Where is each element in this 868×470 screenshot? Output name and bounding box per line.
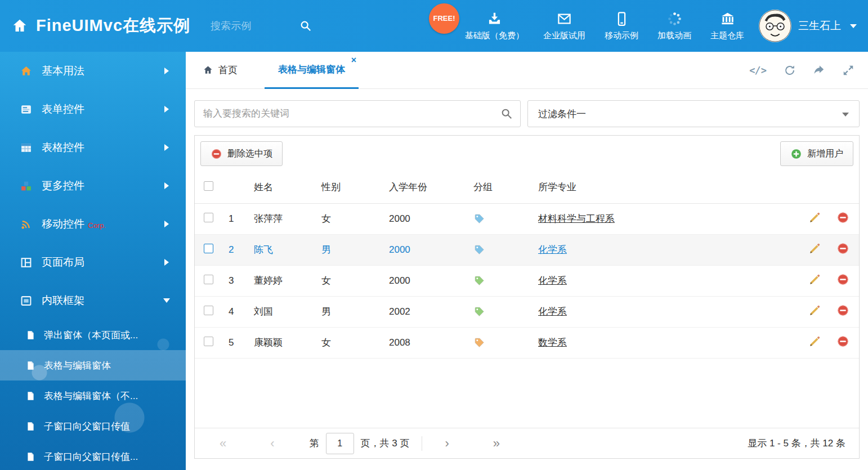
user-name: 三生石上 — [798, 19, 841, 33]
page-icon — [26, 391, 35, 401]
user-menu[interactable]: 三生石上 — [759, 10, 857, 42]
nav-item-enterprise-trial[interactable]: 企业版试用 — [543, 11, 585, 41]
row-checkbox[interactable] — [204, 275, 213, 284]
chevron-right-icon — [164, 144, 169, 151]
table-row[interactable]: 4 刘国 男 2002 化学系 — [195, 296, 859, 327]
sidebar-item-label: 基本用法 — [42, 64, 84, 78]
form-icon — [20, 104, 32, 115]
sidebar-subitem-child-to-parent[interactable]: 子窗口向父窗口传值 — [0, 411, 186, 441]
row-checkbox[interactable] — [204, 244, 213, 253]
nav-item-basic-edition[interactable]: FREE! 基础版（免费） — [465, 11, 524, 41]
cell-gender: 男 — [317, 234, 384, 265]
row-number: 5 — [224, 327, 249, 358]
tab-tools: </> — [749, 52, 854, 89]
spinner-icon — [667, 11, 682, 26]
bank-icon — [720, 11, 735, 26]
table-row[interactable]: 3 董婷婷 女 2000 化学系 — [195, 265, 859, 296]
filter-row: 过滤条件一 — [194, 100, 860, 127]
header-search-input[interactable] — [209, 20, 294, 33]
envelope-icon — [557, 11, 572, 26]
delete-icon[interactable] — [836, 242, 849, 255]
row-checkbox[interactable] — [204, 213, 213, 222]
major-link[interactable]: 化学系 — [538, 275, 567, 286]
edit-icon[interactable] — [808, 211, 821, 224]
sidebar-item-iframe[interactable]: 内联框架 — [0, 281, 186, 320]
page-number-input[interactable] — [326, 433, 354, 454]
sidebar-item-more-controls[interactable]: 更多控件 — [0, 167, 186, 205]
user-table: 姓名 性别 入学年份 分组 所学专业 1 张萍萍 女 2000 — [195, 172, 859, 359]
edit-icon[interactable] — [808, 304, 821, 317]
row-checkbox[interactable] — [204, 337, 213, 346]
table-row[interactable]: 5 康颖颖 女 2008 数学系 — [195, 327, 859, 358]
tab-grid-edit-window[interactable]: 表格与编辑窗体 × — [265, 52, 359, 89]
sidebar-item-page-layout[interactable]: 页面布局 — [0, 243, 186, 281]
sidebar-subitem-grid-edit-window-2[interactable]: 表格与编辑窗体（不... — [0, 381, 186, 411]
delete-selected-button[interactable]: 删除选中项 — [200, 141, 283, 166]
table-row[interactable]: 1 张萍萍 女 2000 材料科学与工程系 — [195, 203, 859, 234]
edit-icon[interactable] — [808, 242, 821, 255]
nav-item-theme-repo[interactable]: 主题仓库 — [710, 11, 744, 41]
column-header-gender: 性别 — [317, 172, 384, 203]
keyword-search-input[interactable] — [194, 100, 521, 127]
next-page-button[interactable]: › — [445, 437, 449, 450]
sidebar-item-form-controls[interactable]: 表单控件 — [0, 90, 186, 128]
cell-name: 刘国 — [249, 296, 317, 327]
source-code-icon[interactable]: </> — [749, 65, 767, 76]
nav-item-mobile-demo[interactable]: 移动示例 — [605, 11, 638, 41]
edit-icon[interactable] — [808, 335, 821, 348]
major-link[interactable]: 化学系 — [538, 306, 567, 317]
mobile-icon — [614, 11, 629, 26]
last-page-button[interactable]: » — [493, 437, 500, 450]
sidebar-item-grid-controls[interactable]: 表格控件 — [0, 128, 186, 167]
sidebar-item-label: 页面布局 — [42, 255, 84, 270]
page-icon — [26, 361, 35, 370]
cell-year: 2008 — [384, 327, 469, 358]
sidebar-subitem-popup-window[interactable]: 弹出窗体（本页面或... — [0, 320, 186, 350]
sidebar-item-label: 表单控件 — [42, 102, 84, 117]
refresh-icon[interactable] — [784, 64, 796, 77]
home-icon — [11, 17, 28, 34]
sidebar-subitem-label: 子窗口向父窗口传值 — [44, 420, 130, 433]
sidebar-item-label: 移动控件 — [42, 217, 84, 231]
nav-item-loading-animation[interactable]: 加载动画 — [657, 11, 691, 41]
nav-label: 主题仓库 — [710, 30, 744, 41]
filter-dropdown[interactable]: 过滤条件一 — [527, 100, 860, 127]
previous-page-button[interactable]: ‹ — [270, 437, 274, 450]
signal-icon — [20, 218, 32, 230]
table-row[interactable]: 2 陈飞 男 2000 化学系 — [195, 234, 859, 265]
sidebar-subitem-child-to-parent-2[interactable]: 子窗口向父窗口传值... — [0, 441, 186, 470]
tag-icon — [473, 275, 485, 287]
grid-toolbar: 删除选中项 新增用户 — [195, 136, 859, 172]
major-link[interactable]: 化学系 — [538, 244, 567, 255]
pager-divider — [422, 436, 422, 451]
edit-icon[interactable] — [808, 273, 821, 286]
delete-icon[interactable] — [836, 273, 849, 286]
sidebar-subitem-grid-edit-window[interactable]: 表格与编辑窗体 — [0, 350, 186, 381]
first-page-button[interactable]: « — [220, 437, 226, 450]
fullscreen-icon[interactable] — [842, 64, 854, 77]
tab-label: 首页 — [218, 64, 238, 77]
add-user-button[interactable]: 新增用户 — [780, 141, 853, 166]
select-all-checkbox[interactable] — [204, 181, 213, 191]
major-link[interactable]: 数学系 — [538, 337, 567, 348]
cell-name: 康颖颖 — [249, 327, 317, 358]
delete-icon[interactable] — [836, 335, 849, 348]
open-in-new-window-icon[interactable] — [813, 64, 825, 77]
page-icon — [26, 452, 35, 462]
cell-year: 2002 — [384, 296, 469, 327]
row-checkbox[interactable] — [204, 306, 213, 315]
page-suffix-label: 页，共 3 页 — [361, 437, 410, 450]
delete-icon[interactable] — [836, 211, 849, 224]
row-number: 3 — [224, 265, 249, 296]
delete-icon[interactable] — [836, 304, 849, 317]
search-icon[interactable] — [299, 20, 312, 32]
sidebar-item-mobile-controls[interactable]: 移动控件 Corp. — [0, 205, 186, 243]
close-icon[interactable]: × — [351, 56, 356, 65]
search-icon[interactable] — [500, 108, 513, 120]
sidebar-item-basic-usage[interactable]: 基本用法 — [0, 52, 186, 90]
tag-icon — [473, 337, 485, 348]
tab-bar: 首页 表格与编辑窗体 × </> — [186, 52, 868, 89]
major-link[interactable]: 材料科学与工程系 — [538, 213, 615, 224]
tab-home[interactable]: 首页 — [203, 52, 238, 89]
app-logo[interactable]: FineUIMvc在线示例 — [11, 15, 190, 37]
